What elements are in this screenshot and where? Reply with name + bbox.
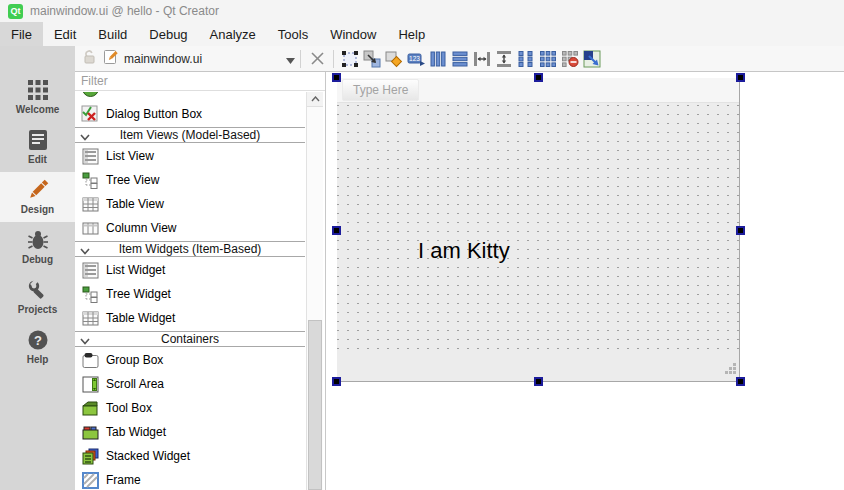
widget-item-label: Tool Box xyxy=(106,401,152,415)
sidebar-item-debug[interactable]: Debug xyxy=(0,222,75,272)
sidebar-item-help[interactable]: ? Help xyxy=(0,322,75,372)
table-view-icon xyxy=(81,195,99,213)
edit-buddies-icon[interactable] xyxy=(383,48,405,70)
table-widget-icon xyxy=(81,309,99,327)
filter-input[interactable] xyxy=(75,73,325,90)
selection-handle-top-left[interactable] xyxy=(332,73,341,82)
edit-widgets-icon[interactable] xyxy=(339,48,361,70)
form-editor-canvas[interactable]: Type Here I am Kitty xyxy=(327,72,844,490)
mode-selector-sidebar: Welcome Edit Design xyxy=(0,46,75,490)
document-selector[interactable]: mainwindow.ui xyxy=(103,49,295,69)
section-header-item-views[interactable]: Item Views (Model-Based) xyxy=(75,127,305,143)
widget-item-label: Dialog Button Box xyxy=(106,107,202,121)
qt-creator-window: Qt mainwindow.ui @ hello - Qt Creator Fi… xyxy=(0,0,844,490)
sidebar-label-debug: Debug xyxy=(22,254,53,265)
widget-item-group-box[interactable]: Group Box xyxy=(75,348,305,372)
section-header-containers[interactable]: Containers xyxy=(75,331,305,347)
edited-document-icon xyxy=(103,49,118,69)
menu-tools[interactable]: Tools xyxy=(267,22,319,46)
widget-item-frame[interactable]: Frame xyxy=(75,468,305,490)
selection-handle-top-center[interactable] xyxy=(534,73,543,82)
widget-item-list-widget[interactable]: List Widget xyxy=(75,258,305,282)
selection-handle-middle-left[interactable] xyxy=(332,226,341,235)
sidebar-item-design[interactable]: Design xyxy=(0,172,75,222)
widget-item-tab-widget[interactable]: Tab Widget xyxy=(75,420,305,444)
title-bar: Qt mainwindow.ui @ hello - Qt Creator xyxy=(0,0,844,22)
layout-form-icon[interactable] xyxy=(515,48,537,70)
sidebar-item-projects[interactable]: Projects xyxy=(0,272,75,322)
design-pencil-icon xyxy=(27,179,49,201)
close-document-button[interactable] xyxy=(306,48,328,70)
sidebar-label-edit: Edit xyxy=(28,154,47,165)
document-name: mainwindow.ui xyxy=(124,52,280,66)
widget-item-scroll-area[interactable]: Scroll Area xyxy=(75,372,305,396)
edit-tab-order-icon[interactable]: 123 xyxy=(405,48,427,70)
widget-item-column-view[interactable]: Column View xyxy=(75,216,305,240)
adjust-size-icon[interactable] xyxy=(581,48,603,70)
layout-grid-icon[interactable] xyxy=(537,48,559,70)
selection-handle-top-right[interactable] xyxy=(736,73,745,82)
widget-item-dialog-button-box[interactable]: Dialog Button Box xyxy=(75,102,305,126)
menu-bar: File Edit Build Debug Analyze Tools Wind… xyxy=(0,22,844,46)
widget-item-label: Scroll Area xyxy=(106,377,164,391)
mainwindow-form[interactable]: Type Here I am Kitty xyxy=(337,78,740,382)
selection-handle-bottom-right[interactable] xyxy=(736,377,745,386)
sidebar-item-welcome[interactable]: Welcome xyxy=(0,72,75,122)
widget-item-label: Tree View xyxy=(106,173,159,187)
edit-signals-slots-icon[interactable] xyxy=(361,48,383,70)
form-label-widget[interactable]: I am Kitty xyxy=(418,238,510,264)
widget-item-label: Column View xyxy=(106,221,176,235)
widget-item-list-view[interactable]: List View xyxy=(75,144,305,168)
menu-help[interactable]: Help xyxy=(387,22,436,46)
chevron-down-icon xyxy=(80,130,90,144)
projects-wrench-icon xyxy=(27,279,49,301)
menu-file[interactable]: File xyxy=(0,22,43,46)
toolbar-separator xyxy=(300,50,301,68)
menu-analyze[interactable]: Analyze xyxy=(199,22,267,46)
edit-document-icon xyxy=(27,129,49,151)
widget-item-table-widget[interactable]: Table Widget xyxy=(75,306,305,330)
widget-item-tree-view[interactable]: Tree View xyxy=(75,168,305,192)
widget-box-panel: Dialog Button Box Item Views (Model-Base… xyxy=(75,72,326,490)
menu-type-here-placeholder[interactable]: Type Here xyxy=(342,79,419,101)
menu-edit[interactable]: Edit xyxy=(43,22,87,46)
scrollbar-thumb[interactable] xyxy=(308,320,322,490)
layout-horizontal-splitter-icon[interactable] xyxy=(471,48,493,70)
selection-handle-middle-right[interactable] xyxy=(736,226,745,235)
widget-item-stacked-widget[interactable]: Stacked Widget xyxy=(75,444,305,468)
widget-list: Dialog Button Box Item Views (Model-Base… xyxy=(75,92,305,490)
tool-box-icon xyxy=(81,399,99,417)
tree-widget-icon xyxy=(81,285,99,303)
widget-item-table-view[interactable]: Table View xyxy=(75,192,305,216)
tree-view-icon xyxy=(81,171,99,189)
section-header-item-widgets[interactable]: Item Widgets (Item-Based) xyxy=(75,241,305,257)
scrollbar-up-icon[interactable] xyxy=(307,92,323,107)
sidebar-label-design: Design xyxy=(21,204,54,215)
chevron-down-icon[interactable] xyxy=(286,50,295,68)
form-central-widget[interactable]: I am Kitty xyxy=(337,103,739,357)
widget-item-label: Tab Widget xyxy=(106,425,166,439)
qt-creator-logo-icon: Qt xyxy=(8,4,23,19)
layout-vertical-splitter-icon[interactable] xyxy=(493,48,515,70)
selection-handle-bottom-left[interactable] xyxy=(332,377,341,386)
layout-vertically-icon[interactable] xyxy=(449,48,471,70)
widget-item-clipped[interactable] xyxy=(75,92,305,102)
unlock-icon xyxy=(83,50,96,68)
menu-build[interactable]: Build xyxy=(87,22,138,46)
widget-item-label: Table Widget xyxy=(106,311,175,325)
svg-text:?: ? xyxy=(34,333,42,348)
widget-item-tree-widget[interactable]: Tree Widget xyxy=(75,282,305,306)
widget-box-scrollbar[interactable] xyxy=(306,92,323,490)
sidebar-label-projects: Projects xyxy=(18,304,57,315)
group-box-icon xyxy=(81,351,99,369)
break-layout-icon[interactable] xyxy=(559,48,581,70)
menu-window[interactable]: Window xyxy=(319,22,387,46)
layout-horizontally-icon[interactable] xyxy=(427,48,449,70)
size-grip-icon[interactable] xyxy=(723,361,737,379)
selection-handle-bottom-center[interactable] xyxy=(534,377,543,386)
sidebar-item-edit[interactable]: Edit xyxy=(0,122,75,172)
editor-toolbar: mainwindow.ui xyxy=(75,46,844,72)
widget-item-tool-box[interactable]: Tool Box xyxy=(75,396,305,420)
menu-debug[interactable]: Debug xyxy=(138,22,198,46)
section-header-label: Item Widgets (Item-Based) xyxy=(75,242,305,256)
